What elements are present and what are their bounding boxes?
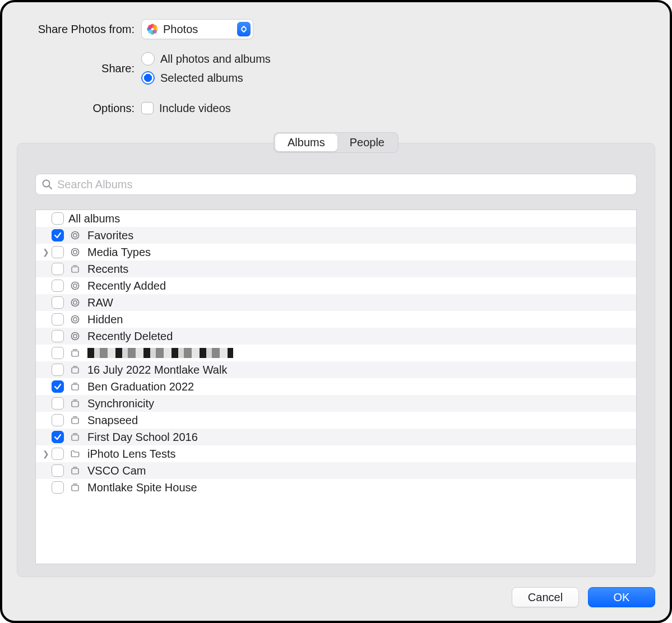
album-label: Media Types xyxy=(87,246,151,259)
share-photos-dialog: Share Photos from: Photos xyxy=(0,0,672,623)
all-albums-checkbox[interactable] xyxy=(52,212,64,225)
albums-tree[interactable]: All albums Favorites Media Types Recents… xyxy=(35,210,637,564)
svg-point-7 xyxy=(148,25,152,29)
album-row[interactable]: Recently Deleted xyxy=(36,328,636,345)
album-checkbox[interactable] xyxy=(52,431,64,443)
chevron-right-icon xyxy=(43,449,49,459)
album-row[interactable]: Synchronicity xyxy=(36,395,636,412)
source-select[interactable]: Photos xyxy=(141,19,253,39)
svg-rect-23 xyxy=(72,351,78,356)
svg-point-20 xyxy=(71,315,79,323)
album-icon xyxy=(68,482,82,492)
svg-rect-28 xyxy=(72,435,78,440)
album-checkbox[interactable] xyxy=(52,364,64,376)
album-icon xyxy=(68,264,82,274)
chevron-right-icon xyxy=(43,247,49,257)
svg-rect-27 xyxy=(72,418,78,424)
gear-icon xyxy=(68,247,82,257)
album-checkbox[interactable] xyxy=(52,347,64,359)
album-checkbox[interactable] xyxy=(52,229,64,241)
album-row[interactable]: First Day School 2016 xyxy=(36,429,636,445)
svg-point-5 xyxy=(152,29,156,33)
album-checkbox[interactable] xyxy=(52,448,64,460)
svg-point-16 xyxy=(71,282,79,290)
album-icon xyxy=(68,415,82,425)
album-row[interactable]: Montlake Spite House xyxy=(36,479,636,496)
album-checkbox[interactable] xyxy=(52,313,64,326)
svg-point-15 xyxy=(73,284,77,287)
album-checkbox[interactable] xyxy=(52,414,64,426)
album-checkbox[interactable] xyxy=(52,296,64,309)
album-checkbox[interactable] xyxy=(52,280,64,292)
include-videos-checkbox[interactable] xyxy=(141,102,154,114)
album-row[interactable]: 16 July 2022 Montlake Walk xyxy=(36,361,636,378)
album-checkbox[interactable] xyxy=(52,330,64,342)
tab-albums[interactable]: Albums xyxy=(275,134,337,151)
tab-people[interactable]: People xyxy=(337,134,397,151)
album-row[interactable]: Recents xyxy=(36,261,636,277)
album-checkbox[interactable] xyxy=(52,481,64,494)
svg-point-18 xyxy=(71,299,79,306)
svg-rect-14 xyxy=(72,267,78,272)
album-label: First Day School 2016 xyxy=(87,431,198,444)
folder-icon xyxy=(68,449,82,459)
album-header-row[interactable]: All albums xyxy=(36,210,636,227)
radio-all-photos-label: All photos and albums xyxy=(160,52,271,66)
album-row[interactable]: Media Types xyxy=(36,244,636,261)
search-icon xyxy=(41,179,53,190)
svg-point-2 xyxy=(150,30,154,34)
album-icon xyxy=(68,398,82,408)
select-arrows-icon xyxy=(237,22,251,36)
cancel-button[interactable]: Cancel xyxy=(512,587,579,607)
album-checkbox[interactable] xyxy=(52,246,64,258)
album-checkbox[interactable] xyxy=(52,397,64,410)
source-select-value: Photos xyxy=(163,22,237,36)
svg-point-22 xyxy=(71,332,79,340)
gear-icon xyxy=(68,331,82,341)
radio-all-photos[interactable] xyxy=(141,52,155,66)
disclosure-triangle[interactable] xyxy=(40,247,52,257)
share-label: Share: xyxy=(17,61,141,76)
svg-rect-26 xyxy=(72,401,78,407)
album-label: Montlake Spite House xyxy=(87,481,197,494)
search-field[interactable] xyxy=(35,174,637,195)
album-icon xyxy=(68,348,82,358)
album-row[interactable]: Ben Graduation 2022 xyxy=(36,378,636,395)
svg-line-9 xyxy=(49,187,52,189)
svg-point-8 xyxy=(43,180,50,187)
photos-app-icon xyxy=(146,23,159,35)
album-row[interactable] xyxy=(36,345,636,361)
gear-icon xyxy=(68,281,82,291)
album-label: Favorites xyxy=(87,229,133,242)
album-checkbox[interactable] xyxy=(52,263,64,275)
album-label: Synchronicity xyxy=(87,397,154,410)
album-icon xyxy=(68,466,82,476)
album-row[interactable]: Snapseed xyxy=(36,412,636,429)
album-label: 16 July 2022 Montlake Walk xyxy=(87,364,227,376)
svg-rect-30 xyxy=(72,485,78,491)
album-label: Hidden xyxy=(87,313,123,326)
gear-icon xyxy=(68,297,82,308)
share-from-label: Share Photos from: xyxy=(17,22,141,36)
svg-point-13 xyxy=(71,248,79,256)
album-checkbox[interactable] xyxy=(52,380,64,393)
svg-rect-25 xyxy=(72,384,78,390)
radio-selected-albums[interactable] xyxy=(141,71,155,85)
album-label: Recently Added xyxy=(87,280,166,292)
album-row[interactable]: Favorites xyxy=(36,227,636,244)
album-row[interactable]: Hidden xyxy=(36,311,636,328)
album-row[interactable]: RAW xyxy=(36,294,636,311)
album-row[interactable]: iPhoto Lens Tests xyxy=(36,445,636,462)
ok-button[interactable]: OK xyxy=(588,587,655,607)
search-input[interactable] xyxy=(57,178,631,191)
album-icon xyxy=(68,432,82,442)
album-checkbox[interactable] xyxy=(52,464,64,477)
album-row[interactable]: VSCO Cam xyxy=(36,462,636,479)
dialog-buttons: Cancel OK xyxy=(17,587,655,607)
album-label: RAW xyxy=(87,296,113,309)
svg-point-12 xyxy=(73,250,77,254)
disclosure-triangle[interactable] xyxy=(40,449,52,459)
album-icon xyxy=(68,382,82,392)
svg-point-17 xyxy=(73,301,77,304)
album-row[interactable]: Recently Added xyxy=(36,277,636,294)
